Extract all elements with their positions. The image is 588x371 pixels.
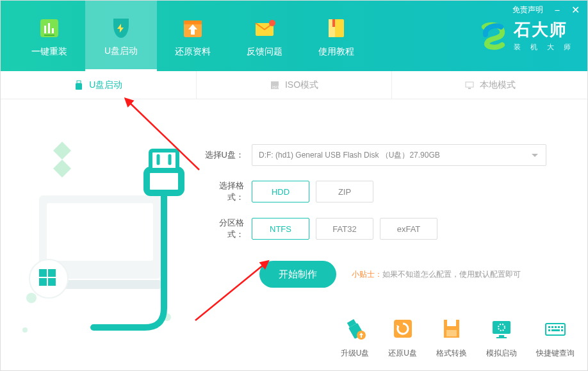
nav-label: 反馈问题: [247, 46, 282, 58]
tip-label: 小贴士：: [352, 270, 382, 279]
monitor-boot-icon: [487, 315, 516, 343]
subtab-usb[interactable]: U盘启动: [1, 71, 197, 99]
svg-rect-46: [551, 326, 553, 328]
nav-label: 使用教程: [318, 46, 354, 58]
tool-restore-usb[interactable]: 还原U盘: [388, 315, 417, 359]
svg-point-8: [269, 20, 275, 26]
disk-value: D:F: (hd1) General USB Flash Disk （U盘）27…: [259, 150, 440, 161]
svg-rect-36: [394, 320, 412, 338]
tool-upgrade-usb[interactable]: 升级U盘: [341, 315, 370, 359]
svg-rect-1: [44, 26, 46, 33]
tool-format-convert[interactable]: 格式转换: [436, 315, 467, 359]
upload-box-icon: [179, 14, 207, 42]
svg-rect-3: [52, 28, 54, 33]
svg-rect-4: [44, 35, 54, 36]
disk-label: 选择U盘：: [203, 149, 244, 161]
restore-icon: [389, 315, 417, 343]
partition-exfat[interactable]: exFAT: [380, 218, 437, 240]
svg-rect-49: [561, 326, 563, 328]
brand-logo-icon: [478, 21, 507, 50]
start-button[interactable]: 开始制作: [259, 261, 336, 288]
svg-rect-16: [466, 82, 473, 87]
svg-rect-30: [151, 151, 177, 170]
svg-rect-29: [147, 170, 181, 193]
svg-rect-45: [548, 326, 550, 328]
tool-simulate-boot[interactable]: 模拟启动: [486, 315, 517, 359]
tool-shortcut-query[interactable]: 快捷键查询: [536, 315, 575, 359]
bottom-tools: 升级U盘 还原U盘 格式转换 模拟启动 快捷键查询: [341, 315, 575, 359]
tool-label: 格式转换: [436, 348, 467, 359]
sub-tabs: U盘启动 ISO ISO模式 本地模式: [1, 71, 587, 99]
content-area: 选择U盘： D:F: (hd1) General USB Flash Disk …: [1, 99, 587, 370]
close-button[interactable]: ✕: [571, 5, 580, 15]
svg-rect-48: [558, 326, 560, 328]
nav-feedback[interactable]: 反馈问题: [229, 1, 300, 71]
svg-rect-25: [39, 269, 47, 277]
svg-rect-26: [48, 269, 56, 277]
partition-label: 分区格式：: [203, 217, 244, 240]
svg-rect-50: [548, 329, 550, 331]
svg-rect-51: [551, 329, 560, 331]
nav-restore[interactable]: 还原资料: [157, 1, 229, 71]
subtab-local[interactable]: 本地模式: [392, 71, 587, 99]
svg-rect-27: [39, 278, 47, 286]
svg-rect-13: [76, 83, 82, 90]
nav-usb-boot[interactable]: U盘启动: [85, 1, 157, 71]
svg-rect-2: [48, 23, 50, 33]
svg-point-21: [26, 293, 37, 303]
svg-rect-43: [496, 337, 507, 338]
usb-icon: [74, 80, 84, 90]
subtab-label: 本地模式: [480, 79, 516, 91]
format-hdd[interactable]: HDD: [252, 181, 309, 202]
nav-label: U盘启动: [104, 45, 138, 57]
format-label: 选择格式：: [203, 180, 244, 203]
chart-icon: [35, 14, 63, 42]
brand-title: 石大师: [514, 19, 575, 41]
nav-reinstall[interactable]: 一键重装: [13, 1, 85, 71]
subtab-label: ISO模式: [285, 79, 318, 91]
svg-rect-19: [47, 203, 153, 261]
monitor-icon: [464, 80, 475, 90]
usb-shield-icon: [107, 13, 135, 42]
subtab-iso[interactable]: ISO ISO模式: [197, 71, 393, 99]
minimize-button[interactable]: －: [552, 5, 562, 15]
svg-rect-47: [555, 326, 557, 328]
partition-fat32[interactable]: FAT32: [316, 218, 373, 240]
svg-text:ISO: ISO: [272, 85, 279, 89]
format-zip[interactable]: ZIP: [316, 181, 373, 202]
tip-text: 小贴士：如果不知道怎么配置，使用默认配置即可: [352, 269, 521, 280]
nav-tutorial[interactable]: 使用教程: [300, 1, 372, 71]
svg-rect-42: [499, 335, 504, 337]
svg-rect-12: [77, 81, 81, 83]
svg-rect-39: [446, 330, 457, 336]
book-icon: [322, 14, 350, 42]
brand: 石大师 装 机 大 师: [478, 19, 575, 52]
brand-subtitle: 装 机 大 师: [514, 42, 575, 52]
disk-select[interactable]: D:F: (hd1) General USB Flash Disk （U盘）27…: [252, 144, 546, 166]
svg-rect-38: [447, 320, 456, 326]
subtab-label: U盘启动: [89, 79, 122, 91]
tool-label: 快捷键查询: [536, 348, 575, 359]
svg-rect-40: [493, 321, 510, 334]
floppy-icon: [437, 315, 466, 343]
keyboard-icon: [541, 315, 569, 343]
usb-illustration: [7, 119, 193, 349]
svg-point-22: [22, 327, 28, 333]
window-controls: 免责声明 － ✕: [512, 4, 580, 15]
tool-label: 还原U盘: [388, 348, 417, 359]
tool-label: 升级U盘: [341, 348, 370, 359]
main-nav: 一键重装 U盘启动 还原资料 反馈问题 使用教程: [1, 1, 372, 71]
svg-rect-6: [184, 21, 202, 24]
svg-rect-28: [48, 278, 56, 286]
usb-up-icon: [341, 315, 369, 343]
partition-ntfs[interactable]: NTFS: [252, 218, 309, 240]
mail-icon: [250, 14, 279, 42]
svg-rect-52: [561, 329, 563, 331]
disclaimer-link[interactable]: 免责声明: [512, 4, 543, 15]
nav-label: 一键重装: [31, 46, 67, 58]
svg-rect-17: [468, 88, 471, 89]
tool-label: 模拟启动: [486, 348, 517, 359]
nav-label: 还原资料: [175, 46, 211, 58]
app-header: 免责声明 － ✕ 一键重装 U盘启动 还原资料 反馈问题: [1, 1, 587, 71]
svg-rect-11: [332, 19, 335, 27]
